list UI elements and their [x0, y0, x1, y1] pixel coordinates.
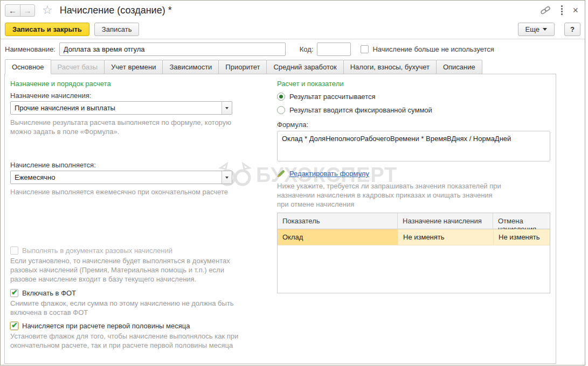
tab-bar: Основное Расчет базы Учет времени Зависи… — [1, 59, 585, 74]
onetime-docs-checkbox-row: Выполнять в документах разовых начислени… — [10, 247, 254, 255]
fot-checkbox[interactable] — [10, 289, 18, 297]
result-fixed-radio-row: Результат вводится фиксированной суммой — [277, 106, 551, 114]
not-used-label: Начисление больше не используется — [372, 45, 494, 53]
half-month-hint: Установите флажок для того, чтобы начисл… — [10, 332, 250, 350]
result-calculated-label: Результат рассчитывается — [289, 93, 376, 101]
more-label: Еще — [525, 25, 539, 33]
cell-assign[interactable]: Не изменять — [398, 229, 493, 245]
schedule-label: Начисление выполняется: — [10, 161, 254, 169]
favorite-star-icon[interactable]: ☆ — [42, 4, 53, 16]
schedule-value: Ежемесячно — [11, 173, 222, 181]
tab-description[interactable]: Описание — [436, 60, 482, 74]
purpose-hint: Вычисление результата расчета выполняетс… — [10, 118, 239, 136]
half-month-checkbox-row: Начисляется при расчете первой половины … — [10, 322, 254, 330]
window-title: Начисление (создание) * — [60, 5, 172, 16]
tab-average-earnings[interactable]: Средний заработок — [266, 60, 343, 74]
not-used-checkbox[interactable] — [361, 45, 369, 53]
tab-dependencies[interactable]: Зависимости — [162, 60, 219, 74]
purpose-dropdown-button[interactable] — [222, 102, 232, 114]
indicators-hint: Ниже укажите, требуется ли запрашивать з… — [277, 181, 506, 209]
close-icon[interactable]: × — [572, 6, 578, 15]
chevron-down-icon — [225, 107, 229, 111]
fot-hint: Снимите флажок, если сумма по этому начи… — [10, 299, 250, 317]
save-label: Записать — [102, 25, 132, 33]
column-header-assign[interactable]: Назначение начисления — [398, 213, 493, 229]
tab-calc-base[interactable]: Расчет базы — [51, 60, 105, 74]
more-actions-kebab-icon[interactable] — [560, 4, 564, 16]
onetime-docs-label: Выполнять в документах разовых начислени… — [22, 247, 172, 255]
right-group-title: Расчет и показатели — [277, 80, 551, 88]
formula-label: Формула: — [277, 121, 551, 129]
result-fixed-label: Результат вводится фиксированной суммой — [289, 106, 432, 114]
save-and-close-button[interactable]: Записать и закрыть — [5, 23, 89, 36]
fot-checkbox-row: Включать в ФОТ — [10, 289, 254, 297]
save-button[interactable]: Записать — [94, 23, 140, 36]
name-input[interactable] — [59, 43, 286, 56]
schedule-dropdown-button[interactable] — [222, 171, 232, 184]
forward-button[interactable]: → — [20, 5, 34, 16]
cell-indicator[interactable]: Оклад — [278, 229, 398, 245]
purpose-select[interactable]: Прочие начисления и выплаты — [10, 101, 232, 115]
tab-content-panel: Назначение и порядок расчета Назначение … — [4, 74, 556, 364]
accrual-form-window: БУХЭКСПЕРТ ← → ☆ Начисление (создание) *… — [0, 0, 585, 365]
chevron-down-icon — [225, 177, 229, 180]
help-button[interactable]: ? — [564, 23, 580, 36]
nav-history-group: ← → — [5, 4, 35, 17]
edit-formula-link[interactable]: Редактировать формулу — [289, 170, 369, 178]
onetime-docs-hint: Если установлено, то начисление будет вы… — [10, 256, 250, 284]
cell-cancel[interactable]: Не изменять — [493, 229, 550, 245]
purpose-and-order-section: Назначение и порядок расчета Назначение … — [10, 80, 254, 363]
schedule-select[interactable]: Ежемесячно — [10, 171, 232, 184]
code-input[interactable] — [317, 43, 351, 56]
tab-priority[interactable]: Приоритет — [218, 60, 267, 74]
more-button[interactable]: Еще — [518, 23, 555, 36]
left-group-title: Назначение и порядок расчета — [10, 80, 254, 88]
titlebar: ← → ☆ Начисление (создание) * × — [1, 1, 585, 20]
header-fields-row: Наименование: Код: Начисление больше не … — [1, 39, 585, 59]
onetime-docs-checkbox — [10, 247, 18, 255]
table-row[interactable]: Оклад Не изменять Не изменять — [278, 229, 550, 245]
indicators-table[interactable]: Показатель Назначение начисления Отмена … — [277, 213, 550, 293]
name-label: Наименование: — [5, 45, 56, 53]
tab-taxes-accounting[interactable]: Налоги, взносы, бухучет — [343, 60, 437, 74]
half-month-label: Начисляется при расчете первой половины … — [22, 322, 190, 330]
column-header-cancel[interactable]: Отмена начисления — [493, 213, 550, 229]
tab-main[interactable]: Основное — [5, 59, 51, 74]
tab-time-tracking[interactable]: Учет времени — [104, 60, 163, 74]
indicators-table-header: Показатель Назначение начисления Отмена … — [278, 213, 550, 229]
help-label: ? — [570, 25, 575, 33]
purpose-label: Назначение начисления: — [10, 92, 254, 100]
formula-input[interactable]: Оклад * ДоляНеполногоРабочегоВремени * В… — [277, 131, 550, 161]
calculation-and-indicators-section: Расчет и показатели Результат рассчитыва… — [277, 80, 551, 363]
edit-formula-row: Редактировать формулу — [277, 170, 551, 178]
back-button[interactable]: ← — [5, 5, 20, 16]
toolbar: Записать и закрыть Записать Еще ? — [1, 20, 585, 39]
half-month-checkbox[interactable] — [10, 322, 18, 330]
result-calculated-radio[interactable] — [277, 93, 285, 101]
result-fixed-radio[interactable] — [277, 106, 285, 114]
pencil-icon — [277, 170, 285, 178]
copy-link-icon[interactable] — [539, 5, 551, 15]
result-calculated-radio-row: Результат рассчитывается — [277, 93, 551, 101]
fot-label: Включать в ФОТ — [22, 289, 76, 297]
save-and-close-label: Записать и закрыть — [12, 25, 82, 33]
chevron-down-icon — [543, 28, 547, 33]
code-label: Код: — [300, 45, 314, 53]
column-header-indicator[interactable]: Показатель — [278, 213, 398, 229]
schedule-hint: Начисление выполняется ежемесячно при ок… — [10, 187, 250, 196]
purpose-value: Прочие начисления и выплаты — [11, 104, 222, 112]
